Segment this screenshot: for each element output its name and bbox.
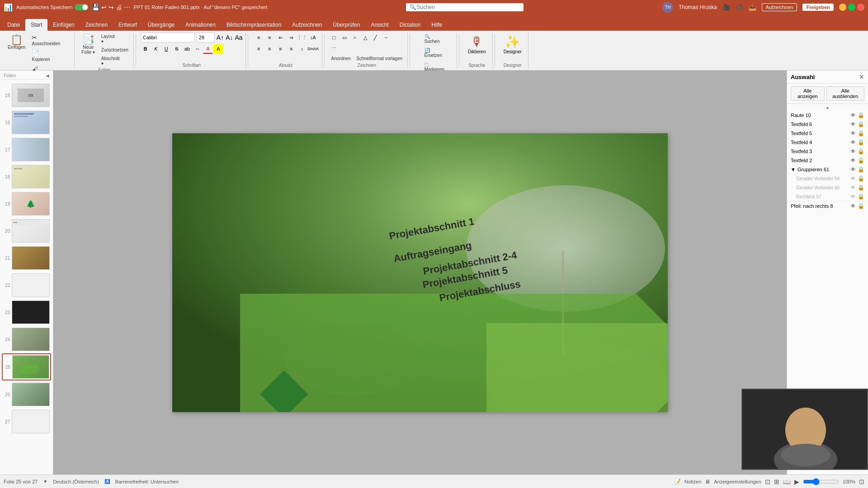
cam-icon[interactable]: 🎥 <box>722 4 730 11</box>
show-all-button[interactable]: Alle anzeigen <box>791 86 825 101</box>
auswahl-close-button[interactable]: ✕ <box>859 73 864 80</box>
textfeld6-eye-icon[interactable]: 👁 <box>850 121 856 127</box>
more-shapes[interactable]: ⋯ <box>329 43 339 53</box>
tab-ansicht[interactable]: Ansicht <box>365 19 394 31</box>
tab-bildschirm[interactable]: Bildschirmpräsentation <box>221 19 287 31</box>
panel-collapse-icon[interactable]: ◀ <box>46 73 49 78</box>
arrow-shape[interactable]: → <box>381 33 391 42</box>
textfeld2-lock-icon[interactable]: 🔒 <box>858 157 864 164</box>
redo-icon[interactable]: ↪ <box>108 4 114 11</box>
rechteck57-lock-icon[interactable]: 🔒 <box>858 193 864 200</box>
copy-button[interactable]: 📄 Kopieren <box>29 48 71 63</box>
more-icon[interactable]: ⋯ <box>124 4 130 11</box>
designer-button[interactable]: ✨ Designer <box>500 33 525 56</box>
slide-thumb-17[interactable]: 17 <box>2 136 51 163</box>
columns-button[interactable]: ⋮⋮ <box>297 33 307 42</box>
search-input[interactable] <box>416 4 520 10</box>
notes-button[interactable]: Notizen <box>684 479 701 484</box>
aufzeichnen-button[interactable]: Aufzeichnen <box>762 3 797 11</box>
hide-all-button[interactable]: Alle ausblenden <box>826 86 864 101</box>
rect-shape[interactable]: □ <box>329 33 339 42</box>
panel-subitem-rechteck57[interactable]: Rechteck 57 👁 🔒 <box>787 192 868 201</box>
slide-thumb-18[interactable]: 18 text text <box>2 164 51 190</box>
line-spacing-button[interactable]: ↕ <box>297 44 307 54</box>
slide-thumb-19[interactable]: 19 🌲 <box>2 191 51 217</box>
panel-item-textfeld4[interactable]: Textfeld 4 👁 🔒 <box>787 138 868 147</box>
tab-zeichnen[interactable]: Zeichnen <box>80 19 113 31</box>
zoom-slider[interactable] <box>803 478 839 485</box>
verbinder60-eye-icon[interactable]: 👁 <box>850 184 856 191</box>
font-name-input[interactable] <box>141 33 195 42</box>
panel-item-textfeld3[interactable]: Textfeld 3 👁 🔒 <box>787 147 868 156</box>
panel-item-textfeld5[interactable]: Textfeld 5 👁 🔒 <box>787 129 868 138</box>
view-normal-icon[interactable]: ⊡ <box>765 478 770 485</box>
tab-uebergaenge[interactable]: Übergänge <box>142 19 180 31</box>
find-button[interactable]: 🔍 Suchen <box>422 33 442 45</box>
rechteck57-eye-icon[interactable]: 👁 <box>850 193 856 200</box>
fit-window-button[interactable]: ⊡ <box>859 478 864 485</box>
increase-indent-button[interactable]: ⇒ <box>286 33 296 42</box>
bullet-list-button[interactable]: ≡ <box>254 33 264 42</box>
anordnen-button[interactable]: Anordnen <box>329 55 353 62</box>
text-dir-button[interactable]: ↕A <box>308 33 318 42</box>
textfeld5-lock-icon[interactable]: 🔒 <box>858 130 864 136</box>
raute10-lock-icon[interactable]: 🔒 <box>858 112 864 118</box>
font-color-button[interactable]: A <box>203 44 213 54</box>
triangle-shape[interactable]: △ <box>360 33 370 42</box>
search-box[interactable]: 🔍 <box>406 3 524 11</box>
pfeil8-eye-icon[interactable]: 👁 <box>850 203 856 209</box>
scroll-down-icon[interactable]: ▼ <box>43 479 47 484</box>
canvas-area[interactable]: Projektabschnitt 1 Auftragseingang Proje… <box>53 70 787 474</box>
bold-button[interactable]: B <box>141 44 151 54</box>
rounded-rect-shape[interactable]: ▭ <box>340 33 349 42</box>
paste-button[interactable]: 📋 Einfügen <box>5 33 28 52</box>
tab-animationen[interactable]: Animationen <box>180 19 221 31</box>
italic-button[interactable]: K <box>151 44 161 54</box>
tab-einfuegen[interactable]: Einfügen <box>47 19 80 31</box>
align-justify-button[interactable]: ≡ <box>286 44 296 54</box>
layout-button[interactable]: Layout ▾ <box>99 33 131 45</box>
slide-thumb-21[interactable]: 21 <box>2 245 51 271</box>
print-icon[interactable]: 🖨 <box>116 4 122 11</box>
slide-thumb-26[interactable]: 26 <box>2 381 51 408</box>
accessibility-status[interactable]: Barrierefreiheit: Untersuchen <box>115 479 179 484</box>
decrease-font-button[interactable]: A↓ <box>226 34 233 41</box>
replace-button[interactable]: 🔄 Ersetzen <box>422 47 444 59</box>
panel-item-textfeld6[interactable]: Textfeld 6 👁 🔒 <box>787 120 868 129</box>
textfeld4-eye-icon[interactable]: 👁 <box>850 139 856 145</box>
verbinder54-lock-icon[interactable]: 🔒 <box>858 175 864 182</box>
tab-aufzeichnen[interactable]: Aufzeichnen <box>287 19 327 31</box>
verbinder60-lock-icon[interactable]: 🔒 <box>858 184 864 191</box>
view-slide-sorter-icon[interactable]: ⊞ <box>774 478 779 485</box>
slide-panel[interactable]: Folien ◀ 15 ⌨ 16 17 <box>0 70 53 474</box>
panel-subitem-verbinder60[interactable]: Gerader Verbinder 60 👁 🔒 <box>787 183 868 192</box>
view-reading-icon[interactable]: 📖 <box>783 478 791 485</box>
slide-thumb-25[interactable]: 25 <box>2 353 51 380</box>
decrease-indent-button[interactable]: ⇐ <box>275 33 285 42</box>
freigeben-button[interactable]: Freigeben <box>802 4 834 11</box>
dictate-button[interactable]: 🎙 Diktieren <box>464 33 489 56</box>
textfeld6-lock-icon[interactable]: 🔒 <box>858 121 864 127</box>
clear-format-button[interactable]: Aa <box>235 34 242 41</box>
tab-dictation[interactable]: Dictation <box>394 19 426 31</box>
minimize-button[interactable] <box>839 4 846 11</box>
slide-thumb-16[interactable]: 16 <box>2 109 51 136</box>
tab-datei[interactable]: Datei <box>2 19 25 31</box>
underline-button[interactable]: U <box>161 44 171 54</box>
schnellformat-button[interactable]: Schnellformat vorlagen <box>354 55 405 62</box>
line-shape[interactable]: ╱ <box>371 33 381 42</box>
spacing-button[interactable]: ↔ <box>193 44 203 54</box>
reset-button[interactable]: Zurücksetzen <box>99 46 131 54</box>
panel-subitem-verbinder54[interactable]: Gerader Verbinder 54 👁 🔒 <box>787 174 868 183</box>
textfeld4-lock-icon[interactable]: 🔒 <box>858 139 864 145</box>
align-left-button[interactable]: ≡ <box>254 44 264 54</box>
textfeld3-eye-icon[interactable]: 👁 <box>850 148 856 155</box>
textfeld3-lock-icon[interactable]: 🔒 <box>858 148 864 155</box>
highlight-button[interactable]: A <box>213 44 223 54</box>
slide-thumb-27[interactable]: 27 <box>2 408 51 435</box>
maximize-button[interactable] <box>848 4 855 11</box>
increase-font-button[interactable]: A↑ <box>217 34 224 41</box>
numbered-list-button[interactable]: ≡ <box>264 33 274 42</box>
share-icon[interactable]: 📤 <box>749 4 756 11</box>
font-size-input[interactable] <box>197 33 215 42</box>
